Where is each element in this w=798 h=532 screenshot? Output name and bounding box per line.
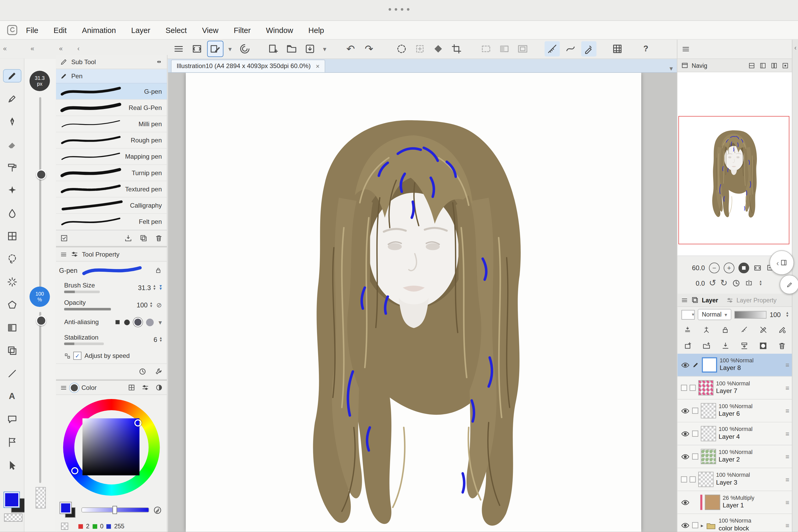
fit-to-screen-icon[interactable] bbox=[753, 263, 762, 272]
visibility-eye-icon[interactable] bbox=[681, 431, 690, 437]
enable-mask-icon[interactable] bbox=[740, 326, 748, 334]
brush-row-gpen[interactable]: G-pen bbox=[56, 83, 167, 100]
palette-dropdown[interactable]: ▾ bbox=[682, 310, 695, 319]
color-slider[interactable] bbox=[81, 507, 149, 512]
snap-curve-icon[interactable] bbox=[563, 41, 578, 56]
layer-opacity-value[interactable]: 100 bbox=[770, 311, 781, 318]
decoration-tool[interactable] bbox=[3, 161, 21, 174]
layer-tab[interactable]: Layer bbox=[702, 297, 718, 303]
saturation-value-square[interactable] bbox=[82, 418, 139, 475]
brush-row-real-gpen[interactable]: Real G-Pen bbox=[56, 100, 167, 116]
main-color-chip[interactable] bbox=[60, 502, 71, 514]
new-folder-icon[interactable] bbox=[702, 341, 711, 350]
canvas-page[interactable] bbox=[186, 73, 642, 532]
lock-layer-icon[interactable] bbox=[721, 326, 729, 334]
opacity-value[interactable]: 100 bbox=[137, 301, 148, 309]
lock-settings-icon[interactable] bbox=[155, 267, 162, 274]
color-slider-tab-icon[interactable] bbox=[141, 384, 149, 392]
navigator-preview[interactable] bbox=[677, 72, 792, 256]
visibility-eye-icon[interactable] bbox=[681, 499, 690, 506]
clip-at-layer-icon[interactable] bbox=[684, 326, 692, 334]
layer-thumbnail[interactable] bbox=[701, 403, 716, 418]
lock-transparent-icon[interactable] bbox=[702, 326, 710, 334]
transparent-color-swatch[interactable] bbox=[4, 513, 22, 521]
brush-size-minislider[interactable] bbox=[64, 291, 100, 293]
close-tab-icon[interactable]: × bbox=[316, 62, 320, 70]
restore-defaults-icon[interactable] bbox=[138, 367, 147, 376]
reset-rotation-icon[interactable] bbox=[732, 279, 740, 287]
aa-none-option[interactable] bbox=[116, 320, 120, 324]
layer-row-8[interactable]: 100 %NormalLayer 8 ≡ bbox=[677, 354, 792, 377]
layer-row-2[interactable]: 100 %NormalLayer 2 ≡ bbox=[677, 445, 792, 468]
brush-row-mapping-pen[interactable]: Mapping pen bbox=[56, 149, 167, 165]
brush-tool[interactable] bbox=[3, 115, 21, 128]
sv-selector[interactable] bbox=[134, 419, 141, 426]
redo-icon[interactable]: ↷ bbox=[361, 41, 377, 56]
opacity-disable-icon[interactable]: ⊘ bbox=[156, 301, 162, 309]
layer-drag-handle[interactable]: ≡ bbox=[785, 476, 791, 483]
menu-layer[interactable]: Layer bbox=[124, 26, 158, 34]
snap-special-ruler-icon[interactable] bbox=[581, 41, 596, 56]
layer-drag-handle[interactable]: ≡ bbox=[785, 453, 791, 460]
menu-view[interactable]: View bbox=[194, 26, 226, 34]
panel-menu-icon[interactable] bbox=[681, 297, 688, 303]
layer-property-tab[interactable]: Layer Property bbox=[737, 297, 777, 303]
aa-strong-option[interactable] bbox=[146, 318, 154, 326]
zoom-in-icon[interactable]: + bbox=[724, 262, 734, 273]
layer-thumbnail[interactable] bbox=[705, 495, 720, 510]
opacity-slider[interactable] bbox=[39, 312, 41, 483]
brush-size-slider[interactable] bbox=[39, 97, 41, 293]
layer-row-7[interactable]: 100 %NormalLayer 7 ≡ bbox=[677, 377, 792, 399]
menu-select[interactable]: Select bbox=[158, 26, 194, 34]
aa-dropdown-icon[interactable]: ▾ bbox=[158, 318, 162, 326]
edit-target-checkbox[interactable] bbox=[690, 476, 696, 482]
snap-ruler-icon[interactable] bbox=[545, 41, 560, 56]
layer-opacity-stepper[interactable]: ▴▾ bbox=[786, 311, 788, 318]
stabilization-value[interactable]: 6 bbox=[154, 336, 157, 343]
duplicate-subtool-icon[interactable] bbox=[139, 234, 148, 242]
blend-tool[interactable] bbox=[3, 207, 21, 220]
brush-row-rough-pen[interactable]: Rough pen bbox=[56, 132, 167, 149]
visibility-eye-icon[interactable] bbox=[681, 453, 690, 460]
transparent-chip[interactable] bbox=[61, 522, 68, 530]
menu-window[interactable]: Window bbox=[259, 26, 301, 34]
selection-tool[interactable] bbox=[3, 253, 21, 265]
delete-subtool-icon[interactable] bbox=[155, 234, 163, 242]
layer-row-color-block[interactable]: ▸ 100 %Normacolor block ≡ bbox=[677, 514, 792, 532]
download-subtool-icon[interactable] bbox=[124, 234, 132, 242]
menu-help[interactable]: Help bbox=[301, 26, 332, 34]
flip-horizontal-icon[interactable] bbox=[744, 279, 753, 287]
tool-property-header[interactable]: Tool Property bbox=[56, 246, 167, 262]
main-color-swatch[interactable] bbox=[4, 492, 19, 507]
brush-row-calligraphy[interactable]: Calligraphy bbox=[56, 197, 167, 214]
adjust-by-speed-checkbox[interactable]: ✓ bbox=[73, 352, 81, 360]
figure-tool[interactable] bbox=[3, 230, 21, 243]
brush-row-milli-pen[interactable]: Milli pen bbox=[56, 116, 167, 132]
opacity-minislider[interactable] bbox=[64, 308, 111, 310]
subview-tab-icon[interactable] bbox=[748, 62, 755, 69]
layer-thumbnail[interactable] bbox=[701, 426, 716, 441]
marker-tool[interactable] bbox=[3, 93, 21, 105]
visibility-eye-icon[interactable] bbox=[681, 362, 690, 368]
brush-row-felt-pen[interactable]: Felt pen bbox=[56, 214, 167, 230]
new-layer-icon[interactable] bbox=[684, 341, 692, 350]
stabilization-stepper[interactable]: ▴▾ bbox=[160, 337, 162, 342]
blend-mode-dropdown[interactable]: Normal ▾ bbox=[698, 309, 731, 320]
color-wheel-tab-icon[interactable] bbox=[71, 384, 78, 391]
eyedropper-icon[interactable] bbox=[153, 506, 162, 514]
info-tab-icon[interactable] bbox=[759, 62, 766, 69]
delete-layer-icon[interactable] bbox=[778, 341, 786, 350]
panel-more-icon[interactable] bbox=[782, 62, 789, 69]
zoom-100-icon[interactable] bbox=[739, 262, 749, 273]
edit-target-checkbox[interactable] bbox=[692, 454, 698, 459]
layer-row-4[interactable]: 100 %NormalLayer 4 ≡ bbox=[677, 422, 792, 445]
rotate-cw-icon[interactable]: ↻ bbox=[720, 278, 727, 288]
balloon-tool[interactable] bbox=[3, 413, 21, 425]
color-set-tab-icon[interactable] bbox=[128, 384, 135, 392]
layer-drag-handle[interactable]: ≡ bbox=[785, 407, 791, 415]
panel-menu-icon[interactable] bbox=[682, 45, 690, 53]
collapse-tools-icon[interactable]: « bbox=[3, 45, 7, 52]
panel-menu-icon[interactable] bbox=[60, 384, 67, 391]
airbrush-tool[interactable] bbox=[3, 184, 21, 197]
clip-studio-icon[interactable] bbox=[237, 41, 252, 56]
